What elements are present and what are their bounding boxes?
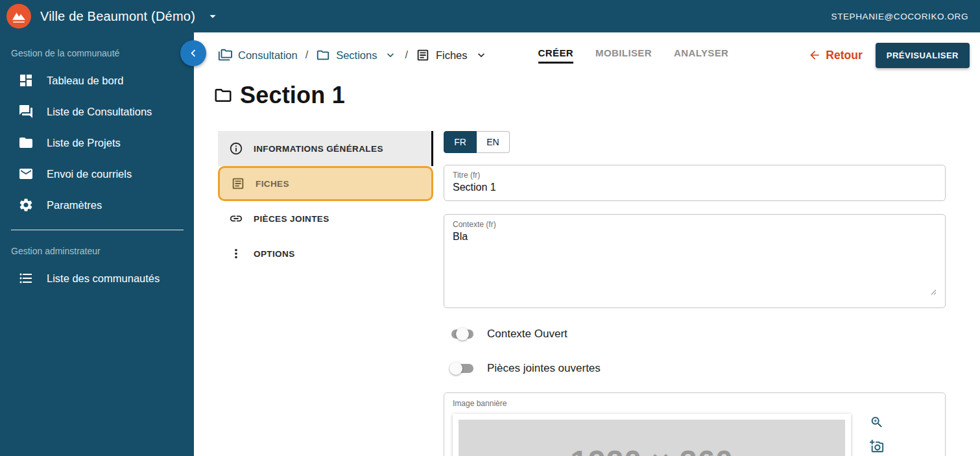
sidebar-item-consultations[interactable]: Liste de Consultations xyxy=(0,96,194,127)
lang-tab-fr[interactable]: FR xyxy=(444,131,477,153)
toggle-label: Pièces jointes ouvertes xyxy=(487,362,601,375)
mode-tabs: CRÉER MOBILISER ANALYSER xyxy=(538,47,729,64)
toggle-row-context-open: Contexte Ouvert xyxy=(444,326,946,342)
sidebar: Gestion de la communauté Tableau de bord… xyxy=(0,32,194,456)
chevron-left-icon xyxy=(186,46,200,60)
folder-copy-icon xyxy=(218,48,232,62)
article-icon xyxy=(416,48,430,62)
section-form: FR EN Titre (fr) Contexte (fr) Bla Conte… xyxy=(444,131,946,456)
folder-icon xyxy=(18,135,34,150)
context-textarea[interactable]: Bla xyxy=(453,229,937,295)
breadcrumb-fiches[interactable]: Fiches xyxy=(416,48,488,62)
preview-button[interactable]: PRÉVISUALISER xyxy=(876,43,970,68)
folder-icon xyxy=(213,86,233,105)
sidebar-section-label-admin: Gestion adminstrateur xyxy=(11,246,194,256)
tab-options[interactable]: OPTIONS xyxy=(218,236,433,271)
chevron-down-icon[interactable] xyxy=(475,49,488,62)
sidebar-item-settings[interactable]: Paramètres xyxy=(0,189,194,221)
main-content: Consultation / Sections / Fiches CRÉER M… xyxy=(194,32,980,456)
breadcrumb-label: Consultation xyxy=(238,49,298,62)
folder-icon xyxy=(316,48,330,62)
side-tab-label: PIÈCES JOINTES xyxy=(254,214,329,224)
sidebar-item-label: Envoi de courriels xyxy=(47,168,132,180)
side-tab-label: INFORMATIONS GÉNÉRALES xyxy=(254,144,383,154)
zoom-in-icon[interactable] xyxy=(870,415,884,429)
gear-icon xyxy=(18,197,34,213)
breadcrumb: Consultation / Sections / Fiches xyxy=(218,48,488,62)
context-open-toggle[interactable] xyxy=(449,326,475,342)
beaumont-logo xyxy=(6,4,31,29)
context-field: Contexte (fr) Bla xyxy=(444,214,946,308)
sidebar-item-projects[interactable]: Liste de Projets xyxy=(0,127,194,158)
sidebar-item-label: Paramètres xyxy=(47,199,102,211)
tab-creer[interactable]: CRÉER xyxy=(538,47,574,64)
forum-icon xyxy=(18,104,34,119)
breadcrumb-consultation[interactable]: Consultation xyxy=(218,48,298,62)
context-field-label: Contexte (fr) xyxy=(453,220,937,229)
chevron-down-icon[interactable] xyxy=(384,49,397,62)
sidebar-item-emails[interactable]: Envoi de courriels xyxy=(0,158,194,189)
title-input[interactable] xyxy=(453,180,937,197)
sidebar-divider xyxy=(11,230,184,230)
dashboard-icon xyxy=(18,73,34,88)
attachments-open-toggle[interactable] xyxy=(449,361,475,376)
tab-pieces-jointes[interactable]: PIÈCES JOINTES xyxy=(218,201,433,236)
tab-analyser[interactable]: ANALYSER xyxy=(674,47,728,64)
banner-image-fieldset: Image bannière 1920 × 360 xyxy=(444,392,946,456)
language-toggle: FR EN xyxy=(444,131,510,153)
title-field-label: Titre (fr) xyxy=(453,171,937,180)
banner-field-label: Image bannière xyxy=(453,399,937,408)
user-email[interactable]: STEPHANIE@COCORIKO.ORG xyxy=(831,12,968,21)
tab-fiches[interactable]: FICHES xyxy=(218,166,433,201)
toggle-label: Contexte Ouvert xyxy=(487,328,568,341)
breadcrumb-sections[interactable]: Sections xyxy=(316,48,397,62)
side-tab-label: OPTIONS xyxy=(254,249,295,259)
tab-mobiliser[interactable]: MOBILISER xyxy=(595,47,652,64)
back-button[interactable]: Retour xyxy=(808,49,862,62)
banner-placeholder-image: 1920 × 360 xyxy=(459,420,845,456)
banner-image-card: 1920 × 360 xyxy=(453,414,851,456)
more-vert-icon xyxy=(229,246,243,261)
sidebar-item-label: Liste de Projets xyxy=(47,137,121,149)
tab-informations-generales[interactable]: INFORMATIONS GÉNÉRALES xyxy=(218,131,433,166)
back-label: Retour xyxy=(826,49,862,62)
sidebar-item-label: Liste des communautés xyxy=(47,272,160,285)
app-header: Ville de Beaumont (Démo) STEPHANIE@COCOR… xyxy=(0,0,980,32)
chevron-down-icon[interactable] xyxy=(206,9,220,23)
sidebar-collapse-button[interactable] xyxy=(180,40,206,66)
breadcrumb-label: Sections xyxy=(336,49,377,62)
info-icon xyxy=(229,141,243,156)
sidebar-section-label-community: Gestion de la communauté xyxy=(11,48,194,58)
add-photo-icon[interactable] xyxy=(870,439,884,453)
side-tab-label: FICHES xyxy=(256,179,289,189)
section-side-tabs: INFORMATIONS GÉNÉRALES FICHES PIÈCES JOI… xyxy=(218,131,433,456)
sidebar-item-label: Tableau de bord xyxy=(47,75,123,87)
link-icon xyxy=(229,211,243,226)
list-icon xyxy=(18,270,34,286)
arrow-left-icon xyxy=(808,49,821,62)
banner-actions xyxy=(870,415,884,456)
lang-tab-en[interactable]: EN xyxy=(477,131,510,153)
title-field: Titre (fr) xyxy=(444,165,946,201)
toggle-row-attachments-open: Pièces jointes ouvertes xyxy=(444,360,946,377)
page-title-row: Section 1 xyxy=(194,82,980,109)
breadcrumb-label: Fiches xyxy=(436,49,468,62)
page-title: Section 1 xyxy=(240,82,345,109)
breadcrumb-separator: / xyxy=(405,49,407,61)
mail-icon xyxy=(18,166,34,182)
breadcrumb-separator: / xyxy=(305,49,308,61)
toolbar: Consultation / Sections / Fiches CRÉER M… xyxy=(194,32,980,78)
article-icon xyxy=(231,176,245,191)
sidebar-item-dashboard[interactable]: Tableau de bord xyxy=(0,65,194,96)
sidebar-item-communities[interactable]: Liste des communautés xyxy=(0,263,194,294)
community-name[interactable]: Ville de Beaumont (Démo) xyxy=(40,9,195,24)
sidebar-item-label: Liste de Consultations xyxy=(47,106,152,118)
